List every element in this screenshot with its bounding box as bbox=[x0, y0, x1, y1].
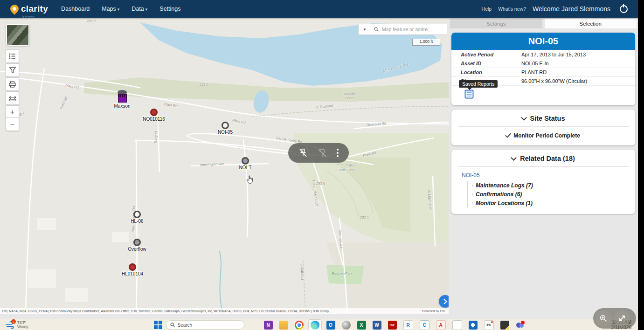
zoom-in-button[interactable]: + bbox=[6, 105, 19, 119]
nav-item-settings[interactable]: Settings bbox=[159, 6, 180, 12]
more-options-icon[interactable] bbox=[337, 149, 339, 157]
measure-button[interactable] bbox=[6, 91, 19, 105]
related-data-card: Related Data (18) NOI-05 › Maintenance L… bbox=[451, 150, 635, 214]
marker-noi-05[interactable] bbox=[222, 122, 229, 129]
marker-hl-06[interactable] bbox=[133, 211, 141, 218]
marker-label: HL-06 bbox=[131, 219, 143, 224]
tree-item-maintenance-logs[interactable]: › Maintenance Logs (7) bbox=[472, 181, 629, 190]
related-data-header[interactable]: Related Data (18) bbox=[451, 150, 635, 166]
pond-label: Tollings Pond bbox=[343, 92, 355, 100]
marker-overflow[interactable] bbox=[133, 239, 141, 246]
clarity-app-icon[interactable]: C bbox=[420, 320, 429, 330]
water-app-icon[interactable] bbox=[469, 321, 478, 330]
overlay-fullscreen-button[interactable] bbox=[614, 310, 630, 326]
arcgis-earth-icon[interactable] bbox=[342, 321, 351, 330]
details-panel: Settings Selection NOI-05 Active Period … bbox=[449, 18, 638, 319]
zoom-out-button[interactable]: − bbox=[6, 117, 19, 131]
state-park-label: T. O. Fuller State Park bbox=[337, 163, 355, 172]
pdf-editor-icon[interactable]: PDF bbox=[388, 321, 397, 330]
marker-label: NO010116 bbox=[143, 117, 165, 122]
onenote-icon[interactable]: N bbox=[264, 321, 273, 330]
welcome-user[interactable]: Welcome Jared Slemmons bbox=[533, 5, 610, 13]
clarity-app-window: clarity by rjn group Dashboard Maps▾ Dat… bbox=[0, 0, 638, 330]
powered-by-esri[interactable]: Powered by Esri bbox=[421, 309, 447, 313]
chevron-down-icon: ▾ bbox=[145, 7, 148, 12]
related-data-title: Related Data (18) bbox=[520, 155, 575, 162]
field-value: 96.00"H x 96.00"W (Circular) bbox=[521, 78, 587, 84]
recorder-overlay bbox=[593, 308, 636, 329]
nav-item-data[interactable]: Data▾ bbox=[132, 6, 147, 12]
chevron-right-icon: › bbox=[472, 183, 473, 188]
autocad-icon[interactable]: A bbox=[436, 320, 446, 330]
panel-tabs: Settings Selection bbox=[449, 18, 638, 28]
file-explorer-icon[interactable] bbox=[279, 321, 288, 330]
print-button[interactable] bbox=[6, 77, 19, 91]
filter-button[interactable] bbox=[6, 63, 19, 77]
snipping-tool-icon[interactable]: ✂ bbox=[484, 320, 494, 330]
marker-hl010104[interactable] bbox=[129, 263, 136, 271]
plant-building-icon bbox=[118, 94, 127, 103]
panel-toggle-button[interactable] bbox=[439, 295, 449, 308]
weather-condition: Windy bbox=[17, 324, 28, 329]
help-link[interactable]: Help bbox=[482, 6, 492, 12]
whats-new-link[interactable]: What's new? bbox=[498, 6, 526, 12]
weather-widget[interactable]: 2 74°F Windy bbox=[5, 321, 47, 330]
status-text: Monitor Period Complete bbox=[513, 132, 580, 139]
site-status-header[interactable]: Site Status bbox=[451, 110, 635, 126]
saved-reports-button[interactable] bbox=[464, 89, 474, 101]
nav-item-dashboard[interactable]: Dashboard bbox=[61, 6, 90, 12]
top-navbar: clarity by rjn group Dashboard Maps▾ Dat… bbox=[0, 0, 638, 18]
status-item: Monitor Period Complete bbox=[451, 127, 635, 145]
tree-item-monitor-locations[interactable]: › Monitor Locations (1) bbox=[472, 199, 629, 207]
excel-icon[interactable]: X bbox=[357, 321, 366, 330]
marker-maxson-plant[interactable] bbox=[118, 90, 127, 103]
tab-settings[interactable]: Settings bbox=[450, 19, 542, 28]
map-search-box bbox=[371, 24, 447, 35]
legend-button[interactable] bbox=[6, 49, 19, 63]
marker-no010116[interactable] bbox=[150, 109, 158, 116]
field-label: Active Period bbox=[451, 52, 521, 57]
field-row: Location PLANT RD bbox=[451, 68, 635, 76]
screen: clarity by rjn group Dashboard Maps▾ Dat… bbox=[0, 0, 644, 330]
map-search-control: ▼ bbox=[358, 24, 447, 35]
chevron-down-icon: ▾ bbox=[118, 7, 120, 12]
start-button[interactable] bbox=[154, 321, 162, 329]
basemap-thumbnail[interactable] bbox=[6, 24, 29, 46]
notepad-icon[interactable] bbox=[452, 320, 462, 330]
weather-temp: 74°F bbox=[17, 320, 26, 325]
marker-label: Overflow bbox=[128, 247, 146, 252]
field-row: Active Period Apr 17, 2013 to Jul 15, 20… bbox=[451, 50, 635, 59]
bluebeam-revu-icon[interactable]: R bbox=[403, 320, 413, 330]
location-pin-icon bbox=[8, 3, 20, 14]
edge-icon[interactable] bbox=[311, 321, 319, 330]
road-label: Tracy St bbox=[153, 131, 158, 144]
magnifier-plus-icon bbox=[600, 315, 607, 322]
tab-selection[interactable]: Selection bbox=[545, 19, 637, 28]
map-search-input[interactable] bbox=[381, 26, 438, 33]
word-icon[interactable]: W bbox=[373, 321, 381, 330]
marker-noi-t[interactable] bbox=[242, 157, 249, 165]
outlook-icon[interactable]: O bbox=[326, 321, 335, 330]
chevron-down-icon bbox=[521, 115, 527, 121]
teams-icon[interactable] bbox=[516, 321, 525, 330]
funnel-icon bbox=[9, 67, 16, 73]
search-source-dropdown[interactable]: ▼ bbox=[358, 24, 371, 35]
power-icon[interactable] bbox=[620, 5, 628, 13]
nav-right: Help What's new? Welcome Jared Slemmons bbox=[482, 5, 628, 13]
overlay-zoom-button[interactable] bbox=[596, 310, 611, 326]
related-asset-link[interactable]: NOI-05 bbox=[462, 172, 480, 179]
dev-app-icon[interactable] bbox=[500, 321, 509, 330]
map-canvas[interactable]: 200 ft 219 ft 238 ft 285 ft 285 ft McKel… bbox=[0, 18, 449, 314]
nav-menu: Dashboard Maps▾ Data▾ Settings bbox=[61, 6, 180, 12]
elevation-label: 200 ft bbox=[87, 19, 96, 23]
card-actions: Saved Reports bbox=[451, 85, 635, 105]
unpin-icon[interactable] bbox=[298, 148, 308, 158]
elevation-label: 285 ft bbox=[316, 181, 325, 186]
clarity-logo[interactable]: clarity by rjn group bbox=[10, 5, 48, 13]
chrome-icon[interactable] bbox=[295, 321, 304, 330]
tree-item-confirmations[interactable]: › Confirmations (6) bbox=[472, 190, 629, 199]
taskbar-search[interactable]: Search bbox=[166, 320, 244, 330]
audio-muted-icon[interactable] bbox=[317, 148, 327, 158]
nav-item-maps[interactable]: Maps▾ bbox=[102, 6, 119, 12]
search-icon bbox=[374, 27, 379, 32]
